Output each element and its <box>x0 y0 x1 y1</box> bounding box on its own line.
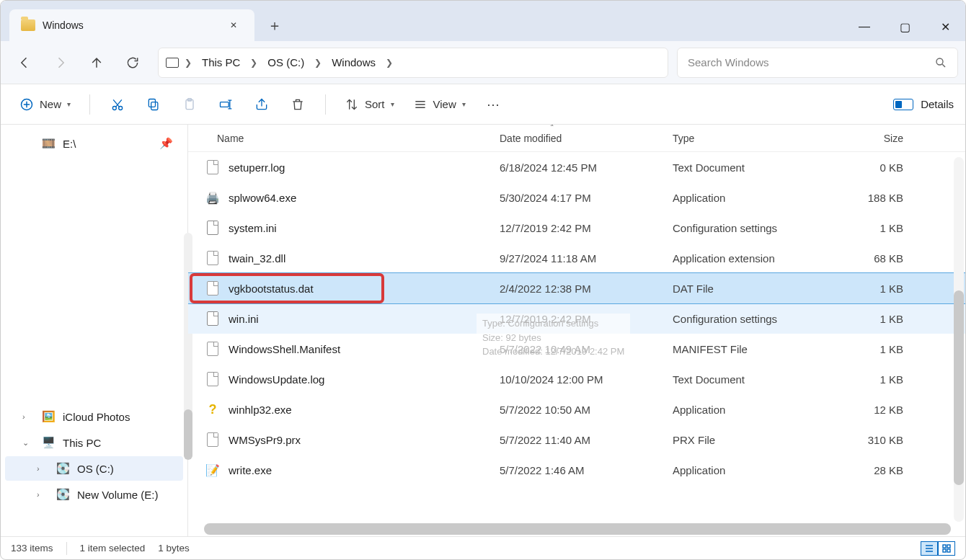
sidebar-item-osc[interactable]: › 💽 OS (C:) <box>5 456 183 481</box>
svg-rect-8 <box>221 102 229 107</box>
file-row[interactable]: setuperr.log6/18/2024 12:45 PMText Docum… <box>188 152 965 182</box>
file-name: splwow64.exe <box>229 192 500 204</box>
minimize-button[interactable]: — <box>844 12 885 41</box>
sidebar-item-e-drive[interactable]: 🎞️ E:\ 📌 <box>5 131 183 156</box>
col-name[interactable]: Name <box>217 133 500 144</box>
details-pane-icon <box>893 99 913 110</box>
sidebar-item-icloud[interactable]: › 🖼️ iCloud Photos <box>5 404 183 429</box>
nav-bar: ❯ This PC ❯ OS (C:) ❯ Windows ❯ <box>1 41 965 84</box>
file-date: 5/7/2022 1:46 AM <box>500 464 673 476</box>
chevron-icon[interactable]: ❯ <box>386 58 393 68</box>
vertical-scrollbar-thumb[interactable] <box>954 290 964 485</box>
svg-rect-11 <box>943 549 946 552</box>
search-input[interactable] <box>688 56 934 68</box>
search-icon <box>934 56 947 69</box>
delete-button[interactable] <box>282 90 314 119</box>
search-box[interactable] <box>677 48 958 78</box>
sidebar-item-this-pc[interactable]: ⌄ 🖥️ This PC <box>5 430 183 455</box>
up-button[interactable] <box>80 47 113 79</box>
sidebar-item-new-volume[interactable]: › 💽 New Volume (E:) <box>5 482 183 507</box>
copy-button[interactable] <box>138 90 169 119</box>
file-row[interactable]: ?winhlp32.exe5/7/2022 10:50 AMApplicatio… <box>188 394 965 425</box>
file-date: 10/10/2024 12:00 PM <box>500 373 673 386</box>
file-size: 1 KB <box>817 313 903 325</box>
back-button[interactable] <box>8 47 41 79</box>
status-bytes: 1 bytes <box>158 543 190 554</box>
file-row[interactable]: WMSysPr9.prx5/7/2022 11:40 AMPRX File310… <box>188 425 965 455</box>
forward-button[interactable] <box>44 47 77 79</box>
view-icons-button[interactable] <box>938 541 955 556</box>
file-date: 12/7/2019 2:42 PM <box>500 313 673 325</box>
status-item-count: 133 items <box>11 543 53 554</box>
svg-point-0 <box>936 58 943 65</box>
breadcrumb[interactable]: ❯ This PC ❯ OS (C:) ❯ Windows ❯ <box>158 48 668 78</box>
file-icon <box>204 219 221 236</box>
crumb-osc[interactable]: OS (C:) <box>262 53 310 71</box>
file-date: 5/7/2022 10:49 AM <box>500 343 673 355</box>
svg-rect-12 <box>947 549 950 552</box>
file-date: 6/18/2024 12:45 PM <box>500 161 673 174</box>
status-bar: 133 items 1 item selected 1 bytes <box>1 536 965 559</box>
file-list: ˄ Name Date modified Type Size setuperr.… <box>188 125 965 536</box>
file-row[interactable]: 🖨️splwow64.exe5/30/2024 4:17 PMApplicati… <box>188 182 965 213</box>
crumb-windows[interactable]: Windows <box>326 53 381 71</box>
maximize-button[interactable]: ▢ <box>885 12 925 41</box>
file-size: 12 KB <box>817 404 903 416</box>
rename-button[interactable] <box>210 90 241 119</box>
file-icon <box>204 431 221 448</box>
file-date: 9/27/2024 11:18 AM <box>500 252 673 265</box>
file-row[interactable]: WindowsShell.Manifest5/7/2022 10:49 AMMA… <box>188 334 965 364</box>
close-button[interactable]: ✕ <box>925 12 965 41</box>
col-date[interactable]: Date modified <box>500 133 673 144</box>
cut-button[interactable] <box>102 90 133 119</box>
view-details-button[interactable] <box>921 541 938 556</box>
tab-windows[interactable]: Windows ✕ <box>9 9 254 41</box>
details-pane-button[interactable]: Details <box>893 98 954 110</box>
sort-indicator-icon: ˄ <box>550 125 554 133</box>
col-size[interactable]: Size <box>817 133 903 144</box>
file-name: twain_32.dll <box>229 252 500 265</box>
status-selected: 1 item selected <box>80 543 146 554</box>
file-size: 1 KB <box>817 373 903 386</box>
file-row[interactable]: vgkbootstatus.dat2/4/2022 12:38 PMDAT Fi… <box>188 273 965 303</box>
file-date: 12/7/2019 2:42 PM <box>500 222 673 234</box>
file-name: WMSysPr9.prx <box>229 434 500 446</box>
paste-button[interactable] <box>174 90 205 119</box>
file-name: winhlp32.exe <box>229 404 500 416</box>
pin-icon[interactable]: 📌 <box>159 137 173 150</box>
file-type: Configuration settings <box>673 222 817 234</box>
file-size: 1 KB <box>817 343 903 355</box>
sort-button[interactable]: Sort ▾ <box>337 93 402 116</box>
file-type: Configuration settings <box>673 313 817 325</box>
file-row[interactable]: win.ini12/7/2019 2:42 PMConfiguration se… <box>188 303 965 334</box>
crumb-this-pc[interactable]: This PC <box>196 53 246 71</box>
col-type[interactable]: Type <box>673 133 817 144</box>
tab-close-button[interactable]: ✕ <box>224 17 243 33</box>
monitor-icon <box>166 58 179 68</box>
chevron-icon[interactable]: ❯ <box>185 58 192 68</box>
new-tab-button[interactable]: ＋ <box>254 9 295 41</box>
tab-title: Windows <box>43 19 217 31</box>
file-name: WindowsUpdate.log <box>229 373 500 386</box>
refresh-button[interactable] <box>116 47 149 79</box>
file-row[interactable]: WindowsUpdate.log10/10/2024 12:00 PMText… <box>188 364 965 394</box>
file-name: vgkbootstatus.dat <box>229 283 500 295</box>
file-icon <box>204 370 221 388</box>
file-type: DAT File <box>673 283 817 295</box>
file-icon <box>204 249 221 267</box>
file-name: win.ini <box>229 313 500 325</box>
file-type: Application <box>673 192 817 204</box>
chevron-icon[interactable]: ❯ <box>250 58 257 68</box>
horizontal-scrollbar[interactable] <box>204 523 951 535</box>
file-row[interactable]: 📝write.exe5/7/2022 1:46 AMApplication28 … <box>188 455 965 485</box>
svg-rect-5 <box>149 99 155 107</box>
file-row[interactable]: system.ini12/7/2019 2:42 PMConfiguration… <box>188 213 965 243</box>
share-button[interactable] <box>246 90 278 119</box>
view-button[interactable]: View ▾ <box>406 93 473 116</box>
file-row[interactable]: twain_32.dll9/27/2024 11:18 AMApplicatio… <box>188 243 965 273</box>
more-button[interactable]: ⋯ <box>477 90 509 119</box>
file-type: Application <box>673 404 817 416</box>
chevron-icon[interactable]: ❯ <box>314 58 322 68</box>
new-button[interactable]: New ▾ <box>12 93 78 116</box>
file-type: PRX File <box>673 434 817 446</box>
